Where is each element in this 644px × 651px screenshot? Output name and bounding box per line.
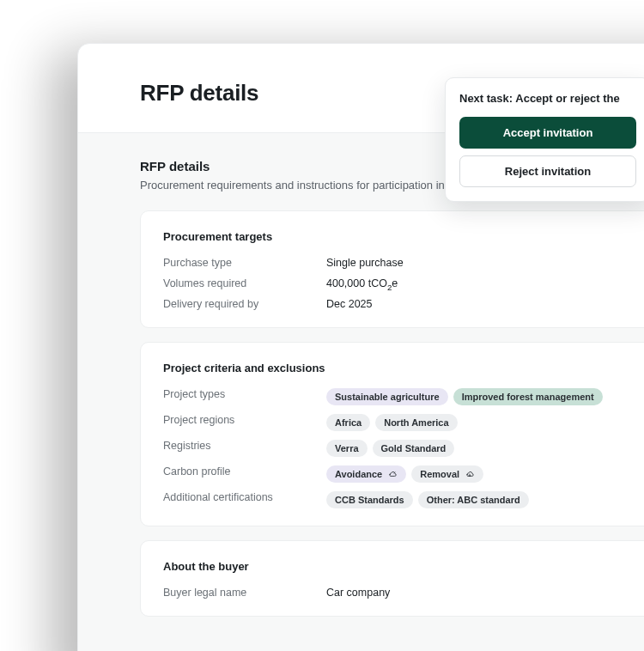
row-purchase-type: Purchase type Single purchase bbox=[163, 257, 644, 269]
tag-label: Avoidance bbox=[335, 469, 382, 479]
tag-label: CCB Standards bbox=[335, 495, 404, 505]
tag: Removal bbox=[411, 465, 483, 483]
tag-label: Removal bbox=[420, 469, 459, 479]
card-title: Project criteria and exclusions bbox=[163, 362, 644, 374]
card-title: Procurement targets bbox=[163, 230, 644, 243]
tag-label: Gold Standard bbox=[381, 443, 447, 453]
tag-list: Sustainable agricultureImproved forest m… bbox=[326, 388, 603, 405]
tag-label: Verra bbox=[335, 443, 359, 453]
tag-list: CCB StandardsOther: ABC standard bbox=[326, 491, 529, 508]
row-value: 400,000 tCO2e bbox=[326, 277, 398, 289]
about-buyer-card: About the buyer Buyer legal name Car com… bbox=[140, 540, 644, 617]
row-delivery-required: Delivery required by Dec 2025 bbox=[163, 298, 644, 310]
row-project-regions: Project regions AfricaNorth America bbox=[163, 414, 644, 431]
tag: Africa bbox=[326, 414, 370, 431]
cloud-dash-icon bbox=[387, 469, 398, 479]
tag-list: VerraGold Standard bbox=[326, 440, 454, 457]
tag: CCB Standards bbox=[326, 491, 413, 508]
tag-label: Africa bbox=[335, 417, 361, 428]
tag: Improved forest management bbox=[453, 388, 603, 405]
next-task-title: Next task: Accept or reject the bbox=[459, 92, 636, 105]
tag-label: Improved forest management bbox=[462, 392, 594, 402]
tag-list: AvoidanceRemoval bbox=[326, 465, 483, 483]
row-label: Carbon profile bbox=[163, 465, 326, 478]
next-task-popup: Next task: Accept or reject the Accept i… bbox=[445, 77, 644, 202]
row-label: Project regions bbox=[163, 414, 326, 426]
row-label: Project types bbox=[163, 388, 326, 400]
cloud-down-icon bbox=[465, 469, 475, 479]
row-label: Delivery required by bbox=[163, 298, 326, 310]
tag-list: AfricaNorth America bbox=[326, 414, 458, 431]
tag: Avoidance bbox=[326, 465, 406, 483]
row-registries: Registries VerraGold Standard bbox=[163, 440, 644, 457]
row-additional-certifications: Additional certifications CCB StandardsO… bbox=[163, 491, 644, 508]
tag: Other: ABC standard bbox=[418, 491, 529, 508]
procurement-targets-card: Procurement targets Purchase type Single… bbox=[140, 210, 644, 328]
tag-label: Sustainable agriculture bbox=[335, 392, 440, 402]
row-label: Buyer legal name bbox=[163, 587, 326, 599]
tag-label: North America bbox=[384, 417, 448, 428]
row-label: Volumes required bbox=[163, 277, 326, 289]
row-value: Single purchase bbox=[326, 257, 404, 269]
panel-body: RFP details Procurement requirements and… bbox=[78, 133, 644, 651]
tag: Verra bbox=[326, 440, 368, 457]
tag-label: Other: ABC standard bbox=[427, 495, 520, 505]
row-value: Dec 2025 bbox=[326, 298, 373, 310]
project-criteria-card: Project criteria and exclusions Project … bbox=[140, 342, 644, 526]
reject-invitation-button[interactable]: Reject invitation bbox=[459, 155, 636, 187]
row-carbon-profile: Carbon profile AvoidanceRemoval bbox=[163, 465, 644, 483]
row-label: Registries bbox=[163, 440, 326, 452]
accept-invitation-button[interactable]: Accept invitation bbox=[459, 117, 636, 149]
row-volumes-required: Volumes required 400,000 tCO2e bbox=[163, 277, 644, 289]
row-label: Purchase type bbox=[163, 257, 326, 269]
row-project-types: Project types Sustainable agricultureImp… bbox=[163, 388, 644, 405]
tag: North America bbox=[375, 414, 457, 431]
row-label: Additional certifications bbox=[163, 491, 326, 503]
row-buyer-legal-name: Buyer legal name Car company bbox=[163, 587, 644, 599]
tag: Sustainable agriculture bbox=[326, 388, 448, 405]
row-value: Car company bbox=[326, 587, 390, 599]
card-title: About the buyer bbox=[163, 560, 644, 573]
tag: Gold Standard bbox=[373, 440, 455, 457]
